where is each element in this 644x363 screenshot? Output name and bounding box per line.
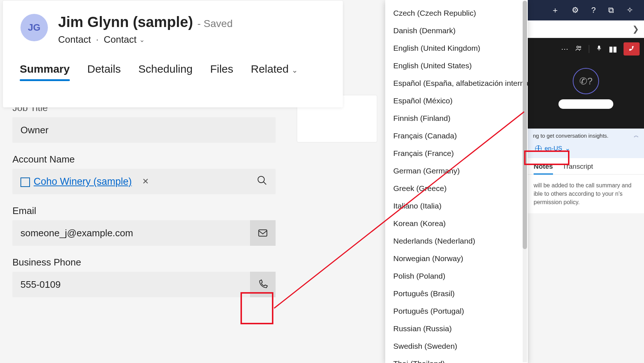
collapse-icon[interactable]: ︽ [634, 132, 639, 139]
tab-details[interactable]: Details [87, 63, 121, 80]
contact-form: Job Title Owner Account Name Coho Winery… [12, 102, 276, 297]
email-label: Email [12, 205, 276, 217]
chevron-down-icon: ⌄ [139, 36, 145, 44]
unknown-caller-icon: ✆? [579, 76, 592, 87]
entity-label: Contact [58, 34, 91, 45]
contact-header-card: JG Jim Glynn (sample) - Saved Contact · … [3, 1, 343, 107]
tab-related-label: Related [251, 63, 288, 75]
language-option[interactable]: Português (Portugal) [385, 302, 528, 320]
call-video-area: ⋯ ▮▮ ✆? [528, 38, 644, 129]
language-option[interactable]: Greek (Greece) [385, 180, 528, 197]
call-phone-button[interactable] [250, 272, 276, 297]
language-option[interactable]: Czech (Czech Republic) [385, 4, 528, 22]
language-option[interactable]: German (Germany) [385, 162, 528, 180]
svg-rect-5 [598, 46, 600, 49]
business-phone-label: Business Phone [12, 257, 276, 268]
expand-panel-icon[interactable]: ❯ [632, 24, 639, 34]
language-option[interactable]: Français (France) [385, 145, 528, 162]
toolbar-divider [589, 45, 589, 53]
chevron-down-icon: ⌄ [292, 66, 298, 74]
scrollbar-thumb[interactable] [523, 1, 527, 249]
notes-info-text: will be added to the call summary and ib… [528, 175, 644, 213]
language-option[interactable]: Korean (Korea) [385, 215, 528, 232]
more-actions-icon[interactable]: ⋯ [561, 45, 568, 53]
svg-rect-2 [259, 230, 267, 236]
language-code: en-US [545, 145, 562, 152]
business-phone-field[interactable]: 555-0109 [12, 272, 276, 297]
tab-scheduling[interactable]: Scheduling [138, 63, 192, 80]
caller-avatar: ✆? [573, 68, 599, 94]
tab-transcript[interactable]: Transcript [562, 163, 593, 174]
contact-name: Jim Glynn (sample) [58, 14, 193, 30]
tab-notes[interactable]: Notes [534, 163, 553, 174]
link-icon[interactable]: ⧉ [608, 5, 614, 15]
job-title-field[interactable]: Owner [12, 117, 276, 143]
microphone-icon[interactable] [596, 45, 602, 53]
hold-icon[interactable]: ▮▮ [609, 45, 617, 53]
language-option[interactable]: Danish (Denmark) [385, 22, 528, 39]
language-option[interactable]: Swedish (Sweden) [385, 337, 528, 355]
call-panel: ❯ ⋯ ▮▮ ✆? ng to get conversation insight… [528, 20, 644, 213]
tab-related[interactable]: Related⌄ [251, 63, 298, 80]
language-selector[interactable]: en-US ⌄ [531, 142, 640, 154]
gear-icon[interactable]: ⚙ [572, 5, 579, 15]
hang-up-button[interactable] [624, 42, 640, 56]
language-option[interactable]: Português (Brasil) [385, 285, 528, 302]
search-icon[interactable] [257, 175, 268, 188]
call-panel-header: ❯ [528, 20, 644, 38]
language-option[interactable]: English (United Kingdom) [385, 39, 528, 57]
separator-dot: · [96, 34, 99, 45]
language-option[interactable]: Français (Canada) [385, 127, 528, 145]
language-option[interactable]: Finnish (Finland) [385, 110, 528, 127]
clear-lookup-icon[interactable]: ✕ [142, 177, 149, 186]
caller-name-redacted [558, 99, 613, 109]
insight-bar: ng to get conversation insights. ︽ [528, 129, 644, 142]
account-icon [20, 177, 29, 186]
svg-point-4 [579, 46, 581, 47]
globe-icon [535, 145, 542, 152]
svg-line-1 [264, 182, 266, 185]
language-option[interactable]: Italiano (Italia) [385, 197, 528, 215]
language-option[interactable]: Español (México) [385, 92, 528, 110]
language-option[interactable]: Norwegian (Norway) [385, 250, 528, 267]
svg-point-0 [258, 176, 265, 183]
tab-summary[interactable]: Summary [20, 63, 70, 80]
language-option[interactable]: Polish (Poland) [385, 267, 528, 285]
avatar: JG [20, 14, 48, 41]
add-icon[interactable]: ＋ [551, 5, 559, 16]
chevron-down-icon: ⌄ [565, 145, 570, 152]
send-email-button[interactable] [250, 220, 276, 246]
app-top-bar: ＋ ⚙ ? ⧉ ✧ [523, 0, 644, 20]
account-link[interactable]: Coho Winery (sample) [34, 176, 132, 187]
saved-badge: - Saved [197, 18, 233, 30]
record-tabs: Summary Details Scheduling Files Related… [3, 45, 343, 80]
entity-form-selector[interactable]: Contact ⌄ [104, 34, 145, 45]
assistant-icon[interactable]: ✧ [626, 5, 633, 15]
call-panel-tabs: Notes Transcript [528, 158, 644, 175]
language-option[interactable]: Nederlands (Nederland) [385, 232, 528, 250]
tab-files[interactable]: Files [210, 63, 233, 80]
help-icon[interactable]: ? [591, 5, 596, 15]
insight-text: ng to get conversation insights. [533, 133, 609, 139]
entity-selector-label: Contact [104, 34, 137, 45]
account-name-field[interactable]: Coho Winery (sample) ✕ [12, 169, 276, 194]
email-value: someone_j@example.com [12, 228, 250, 239]
svg-point-3 [577, 46, 579, 48]
language-option[interactable]: English (United States) [385, 57, 528, 74]
email-field[interactable]: someone_j@example.com [12, 220, 276, 246]
language-list: Czech (Czech Republic)Danish (Denmark)En… [385, 0, 528, 363]
language-dropdown[interactable]: Czech (Czech Republic)Danish (Denmark)En… [385, 0, 528, 363]
participants-icon[interactable] [575, 45, 582, 54]
language-option[interactable]: Español (España, alfabetización internac… [385, 74, 528, 92]
language-option[interactable]: Russian (Russia) [385, 320, 528, 337]
call-toolbar: ⋯ ▮▮ [561, 42, 640, 56]
language-option[interactable]: Thai (Thailand) [385, 355, 528, 363]
phone-value: 555-0109 [12, 279, 250, 290]
account-name-label: Account Name [12, 154, 276, 165]
